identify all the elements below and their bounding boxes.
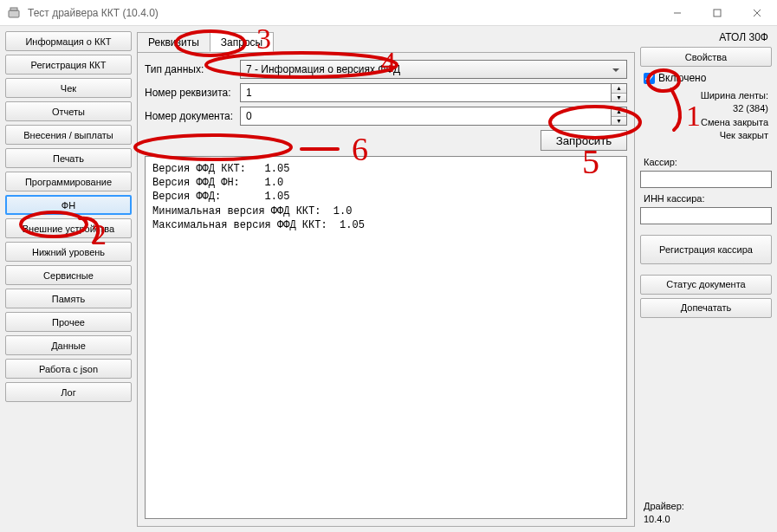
data-type-select[interactable]: 7 - Информация о версиях ФФД <box>240 60 627 79</box>
sidebar-item-0[interactable]: Информация о ККТ <box>5 31 132 51</box>
main-panel: РеквизитыЗапросы Тип данных: 7 - Информа… <box>137 31 635 527</box>
enabled-label: Включено <box>658 72 706 84</box>
tape-width-label: Ширина ленты: <box>640 89 768 102</box>
sidebar: Информация о ККТРегистрация ККТЧекОтчеты… <box>5 31 132 527</box>
document-status-button[interactable]: Статус документа <box>640 275 772 295</box>
reprint-button[interactable]: Допечатать <box>640 298 772 318</box>
svg-rect-0 <box>9 10 19 17</box>
cashier-input[interactable] <box>640 171 772 188</box>
sidebar-item-6[interactable]: Программирование <box>5 172 132 191</box>
cashier-label: Кассир: <box>640 155 772 167</box>
close-button[interactable] <box>737 0 777 26</box>
requisite-number-label: Номер реквизита: <box>145 87 235 99</box>
sidebar-item-1[interactable]: Регистрация ККТ <box>5 55 132 75</box>
requisite-number-input[interactable] <box>240 83 612 102</box>
sidebar-item-3[interactable]: Отчеты <box>5 101 132 121</box>
data-type-value: 7 - Информация о версиях ФФД <box>246 63 400 75</box>
sidebar-item-9[interactable]: Нижний уровень <box>5 242 132 262</box>
tape-width-value: 32 (384) <box>640 102 768 115</box>
shift-status: Смена закрыта <box>640 116 768 129</box>
svg-rect-1 <box>10 8 17 10</box>
document-spinner[interactable]: ▲▼ <box>612 107 627 126</box>
sidebar-item-5[interactable]: Печать <box>5 148 132 168</box>
app-icon <box>5 4 23 22</box>
sidebar-item-11[interactable]: Память <box>5 289 132 308</box>
document-number-label: Номер документа: <box>145 110 235 122</box>
sidebar-item-4[interactable]: Внесения / выплаты <box>5 125 132 145</box>
sidebar-item-12[interactable]: Прочее <box>5 312 132 332</box>
window-title: Тест драйвера ККТ (10.4.0) <box>28 7 657 19</box>
register-cashier-button[interactable]: Регистрация кассира <box>640 235 772 264</box>
minimize-button[interactable] <box>657 0 697 26</box>
titlebar: Тест драйвера ККТ (10.4.0) <box>0 0 777 26</box>
properties-button[interactable]: Свойства <box>640 47 772 67</box>
sidebar-item-10[interactable]: Сервисные <box>5 265 132 285</box>
tab-0[interactable]: Реквизиты <box>137 32 210 52</box>
right-panel: АТОЛ 30Ф Свойства Включено Ширина ленты:… <box>640 31 772 527</box>
tab-body: Тип данных: 7 - Информация о версиях ФФД… <box>137 52 635 527</box>
tab-1[interactable]: Запросы <box>210 32 274 52</box>
enabled-checkbox[interactable] <box>644 73 655 84</box>
sidebar-item-2[interactable]: Чек <box>5 78 132 98</box>
driver-label: Драйвер: <box>644 500 768 512</box>
cashier-inn-input[interactable] <box>640 207 772 224</box>
data-type-label: Тип данных: <box>145 63 235 75</box>
request-button[interactable]: Запросить <box>541 130 627 151</box>
device-title: АТОЛ 30Ф <box>640 31 772 43</box>
requisite-spinner[interactable]: ▲▼ <box>612 83 627 102</box>
sidebar-item-15[interactable]: Лог <box>5 382 132 402</box>
document-number-input[interactable] <box>240 107 612 126</box>
cashier-inn-label: ИНН кассира: <box>640 191 772 204</box>
sidebar-item-14[interactable]: Работа с json <box>5 359 132 379</box>
driver-version: 10.4.0 <box>644 513 768 525</box>
output-area: Версия ФФД ККТ: 1.05 Версия ФФД ФН: 1.0 … <box>145 156 627 519</box>
sidebar-item-7[interactable]: ФН <box>5 195 132 215</box>
sidebar-item-13[interactable]: Данные <box>5 335 132 355</box>
svg-rect-3 <box>714 10 721 16</box>
maximize-button[interactable] <box>697 0 737 26</box>
sidebar-item-8[interactable]: Внешние устройства <box>5 218 132 238</box>
tab-strip: РеквизитыЗапросы <box>137 32 635 53</box>
receipt-status: Чек закрыт <box>640 129 768 142</box>
